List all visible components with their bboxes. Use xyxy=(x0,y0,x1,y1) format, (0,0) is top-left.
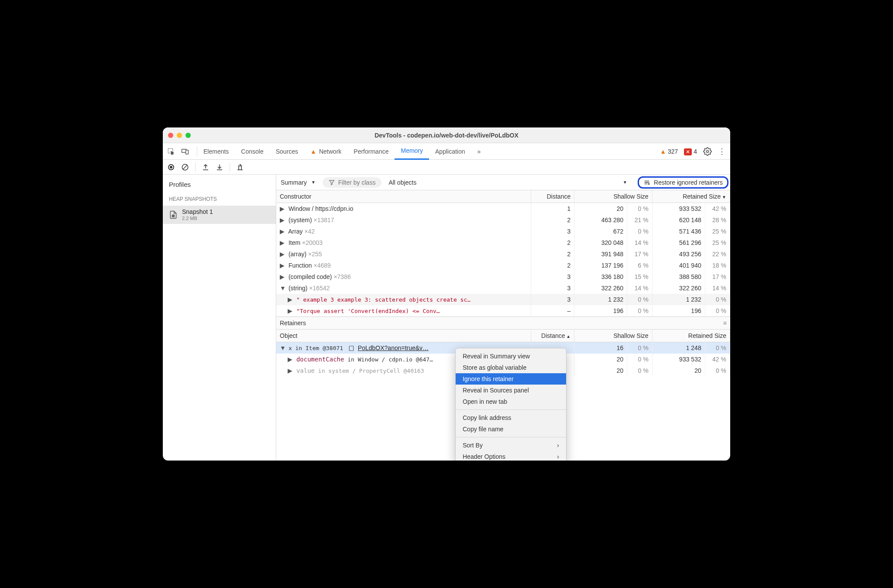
table-row[interactable]: ▼ (string) ×165423322 26014 %322 26014 % xyxy=(276,282,730,294)
constructors-table: Constructor Distance Shallow Size Retain… xyxy=(276,190,730,316)
tab-performance[interactable]: Performance xyxy=(347,143,395,160)
view-dropdown[interactable]: Summary ▼ xyxy=(281,179,316,186)
devtools-window: DevTools - codepen.io/web-dot-dev/live/P… xyxy=(163,127,730,461)
profiles-sidebar: Profiles HEAP SNAPSHOTS Snapshot 1 2.2 M… xyxy=(163,175,276,461)
context-menu-item[interactable]: Store as global variable xyxy=(456,362,566,373)
scope-dropdown[interactable]: All objects xyxy=(388,179,416,186)
tab-sources[interactable]: Sources xyxy=(270,143,304,160)
table-row[interactable]: ▶ Window / https://cdpn.io 1200 %933 532… xyxy=(276,203,730,215)
retainers-header: Retainers ≡ xyxy=(276,316,730,330)
col-object-header[interactable]: Object xyxy=(276,330,531,342)
restore-ignored-retainers-button[interactable]: Restore ignored retainers xyxy=(638,176,728,189)
svg-rect-2 xyxy=(186,150,189,154)
profiles-heading: Profiles xyxy=(163,179,276,193)
restore-icon xyxy=(643,179,650,186)
warnings-indicator[interactable]: ▲ 327 xyxy=(660,148,678,155)
context-menu-item[interactable]: Copy file name xyxy=(456,423,566,435)
context-menu: Reveal in Summary viewStore as global va… xyxy=(455,348,567,461)
svg-rect-14 xyxy=(349,346,353,351)
tab-network[interactable]: ▲Network xyxy=(304,143,347,160)
table-row[interactable]: ▶ Item ×200032320 04814 %561 29625 % xyxy=(276,237,730,248)
svg-line-7 xyxy=(183,165,188,169)
device-toolbar-icon[interactable] xyxy=(181,148,189,155)
save-profile-icon[interactable] xyxy=(216,163,223,171)
table-row[interactable]: ▶ Function ×46892137 1966 %401 94018 % xyxy=(276,260,730,271)
table-row[interactable]: ▶ "Torque assert 'Convert(endIndex) <= C… xyxy=(276,305,730,316)
snapshot-name: Snapshot 1 xyxy=(182,208,213,216)
clear-icon[interactable] xyxy=(181,163,189,171)
context-menu-item[interactable]: Ignore this retainer xyxy=(456,373,566,385)
context-menu-item[interactable]: Reveal in Sources panel xyxy=(456,385,566,396)
main-panel: Summary ▼ Filter by class All objects ▼ … xyxy=(276,175,730,461)
snapshot-icon xyxy=(169,210,178,219)
inspect-icon[interactable] xyxy=(167,148,175,155)
table-row[interactable]: ▶ Array ×4236720 %571 43625 % xyxy=(276,226,730,237)
settings-icon[interactable] xyxy=(703,147,712,156)
tab-memory[interactable]: Memory xyxy=(395,143,429,160)
tab-elements[interactable]: Elements xyxy=(197,143,235,160)
close-light[interactable] xyxy=(168,133,173,138)
main-tabstrip: ElementsConsoleSources▲NetworkPerformanc… xyxy=(163,143,730,160)
filter-icon xyxy=(329,179,335,186)
table-row[interactable]: ▶ (array) ×2552391 94817 %493 25622 % xyxy=(276,248,730,260)
heap-toolbar: Summary ▼ Filter by class All objects ▼ … xyxy=(276,175,730,190)
svg-point-5 xyxy=(170,166,172,168)
more-tabs-button[interactable]: » xyxy=(471,143,487,160)
load-profile-icon[interactable] xyxy=(202,163,210,171)
col-shallow-header[interactable]: Shallow Size xyxy=(574,190,652,203)
col-distance-header-2[interactable]: Distance xyxy=(531,330,574,342)
col-distance-header[interactable]: Distance xyxy=(531,190,574,203)
minimize-light[interactable] xyxy=(177,133,182,138)
context-menu-item[interactable]: Open in new tab xyxy=(456,396,566,407)
svg-point-3 xyxy=(707,150,709,152)
delete-icon[interactable] xyxy=(236,163,244,171)
errors-indicator[interactable]: ✕ 4 xyxy=(684,148,697,155)
traffic-lights xyxy=(168,133,191,138)
zoom-light[interactable] xyxy=(185,133,191,138)
document-icon xyxy=(348,345,354,351)
kebab-menu-icon[interactable]: ⋮ xyxy=(718,147,726,156)
tab-application[interactable]: Application xyxy=(429,143,471,160)
context-menu-item[interactable]: Reveal in Summary view xyxy=(456,351,566,362)
scope-chevron-icon[interactable]: ▼ xyxy=(623,180,627,185)
warning-icon: ▲ xyxy=(310,148,316,155)
snapshot-item[interactable]: Snapshot 1 2.2 MB xyxy=(163,206,276,224)
context-menu-item[interactable]: Copy link address xyxy=(456,412,566,423)
col-retained-header[interactable]: Retained Size xyxy=(652,190,730,203)
context-menu-item[interactable]: Header Options› xyxy=(456,451,566,461)
memory-toolstrip xyxy=(163,160,730,175)
col-retained-header-2[interactable]: Retained Size xyxy=(652,330,730,342)
col-shallow-header-2[interactable]: Shallow Size xyxy=(574,330,652,342)
titlebar: DevTools - codepen.io/web-dot-dev/live/P… xyxy=(163,127,730,143)
col-constructor-header[interactable]: Constructor xyxy=(276,190,531,203)
table-row[interactable]: ▶ (compiled code) ×73863336 18015 %388 5… xyxy=(276,271,730,282)
snapshot-size: 2.2 MB xyxy=(182,216,213,221)
table-row[interactable]: ▶ " example 3 example 3: scattered objec… xyxy=(276,294,730,305)
context-menu-item[interactable]: Sort By› xyxy=(456,440,566,451)
tab-console[interactable]: Console xyxy=(235,143,269,160)
record-icon[interactable] xyxy=(167,163,175,171)
retainers-menu-icon[interactable]: ≡ xyxy=(723,320,727,327)
table-row[interactable]: ▶ (system) ×138172463 28021 %620 14828 % xyxy=(276,214,730,226)
filter-input[interactable]: Filter by class xyxy=(323,177,382,188)
heap-snapshots-label: HEAP SNAPSHOTS xyxy=(163,193,276,206)
window-title: DevTools - codepen.io/web-dot-dev/live/P… xyxy=(163,132,730,139)
source-link[interactable]: PoLdbOX?anon=true&v… xyxy=(358,344,429,351)
